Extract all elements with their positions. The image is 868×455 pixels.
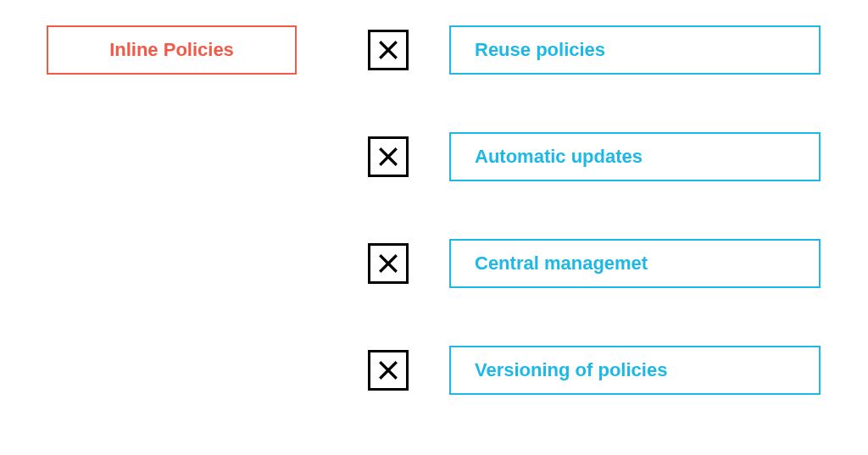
feature-label: Reuse policies: [475, 39, 605, 61]
feature-central-management: Central managemet: [449, 239, 821, 288]
cross-icon: [368, 350, 409, 391]
feature-reuse-policies: Reuse policies: [449, 25, 821, 75]
feature-row: Versioning of policies: [368, 346, 821, 395]
feature-row: Automatic updates: [368, 132, 821, 181]
cross-icon: [368, 243, 409, 284]
x-icon: [377, 359, 399, 381]
x-icon: [377, 146, 399, 168]
feature-label: Versioning of policies: [475, 359, 667, 381]
x-icon: [377, 252, 399, 275]
cross-icon: [368, 136, 409, 177]
feature-automatic-updates: Automatic updates: [449, 132, 821, 181]
feature-row: Reuse policies: [368, 25, 821, 75]
x-icon: [377, 39, 399, 61]
feature-label: Central managemet: [475, 252, 648, 275]
feature-label: Automatic updates: [475, 146, 643, 168]
cross-icon: [368, 30, 409, 70]
feature-row: Central managemet: [368, 239, 821, 288]
inline-policies-label: Inline Policies: [109, 39, 234, 61]
feature-versioning: Versioning of policies: [449, 346, 821, 395]
inline-policies-box: Inline Policies: [47, 25, 297, 75]
